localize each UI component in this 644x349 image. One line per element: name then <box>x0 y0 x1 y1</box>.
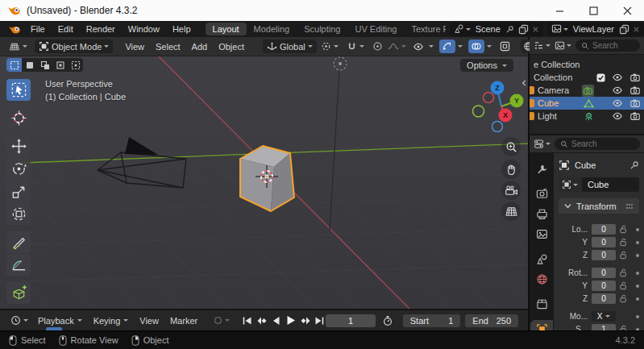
pivot-point-dropdown[interactable] <box>317 39 343 53</box>
mesh-data-icon[interactable] <box>584 98 594 109</box>
panel-grip-icon[interactable] <box>625 203 634 210</box>
tool-scale[interactable] <box>6 181 31 202</box>
blender-menu-icon[interactable] <box>8 24 21 35</box>
animate-dot-icon[interactable] <box>636 272 639 275</box>
animate-dot-icon[interactable] <box>636 254 639 257</box>
mode-dropdown[interactable]: Object Mode <box>35 39 113 53</box>
maximize-button[interactable] <box>576 0 610 21</box>
show-overlays-toggle[interactable] <box>468 39 484 53</box>
tool-move[interactable] <box>6 135 31 157</box>
menu-render[interactable]: Render <box>80 24 122 34</box>
frame-end-field[interactable]: End 250 <box>465 314 518 327</box>
viewport-menu-view[interactable]: View <box>119 42 150 52</box>
tab-render[interactable] <box>531 185 552 202</box>
camera-data-icon[interactable] <box>582 85 594 97</box>
lock-icon[interactable] <box>620 294 629 303</box>
disable-render-icon[interactable] <box>629 72 641 83</box>
timeline-menu-marker[interactable]: Marker <box>164 316 203 326</box>
unlink-scene-icon[interactable] <box>532 26 539 33</box>
play-reverse-button[interactable] <box>270 314 282 326</box>
tool-cursor[interactable] <box>6 107 31 129</box>
timeline-menu-keying[interactable]: Keying <box>88 316 135 326</box>
transform-panel-header[interactable]: Transform <box>559 198 639 214</box>
animate-dot-icon[interactable] <box>636 285 639 288</box>
new-view-layer-icon[interactable] <box>619 24 629 35</box>
menu-edit[interactable]: Edit <box>52 24 80 34</box>
pin-icon[interactable] <box>505 25 514 34</box>
tab-output[interactable] <box>531 205 552 222</box>
outliner-display-mode-button[interactable] <box>534 40 551 51</box>
menu-window[interactable]: Window <box>122 24 166 34</box>
tab-tool[interactable] <box>531 160 552 177</box>
lock-icon[interactable] <box>620 268 629 277</box>
tool-annotate[interactable] <box>6 231 31 253</box>
tab-sculpting[interactable]: Sculpting <box>297 23 347 35</box>
snap-dropdown[interactable] <box>343 39 368 53</box>
scene-selector[interactable]: Scene <box>450 23 543 36</box>
tool-transform[interactable] <box>6 203 31 225</box>
viewport-menu-select[interactable]: Select <box>150 42 186 52</box>
object-id-dropdown[interactable] <box>559 177 581 192</box>
value-field[interactable]: 0 <box>592 237 616 247</box>
remove-view-layer-icon[interactable] <box>633 26 640 33</box>
view-layer-selector[interactable]: ViewLayer <box>547 23 644 36</box>
timeline-menu-playback[interactable]: Playback <box>32 316 88 326</box>
animate-dot-icon[interactable] <box>636 297 639 301</box>
minimize-button[interactable] <box>542 0 576 21</box>
options-button[interactable]: Options <box>460 59 513 72</box>
select-mode-extend-icon[interactable] <box>22 58 37 72</box>
select-mode-subtract-icon[interactable] <box>37 58 52 72</box>
hide-eye-icon[interactable] <box>612 85 623 96</box>
lock-icon[interactable] <box>620 238 629 247</box>
timeline-editor-type-button[interactable] <box>6 314 32 327</box>
tool-rotate[interactable] <box>6 158 31 180</box>
prev-keyframe-button[interactable] <box>256 314 268 326</box>
animate-dot-icon[interactable] <box>636 241 639 244</box>
next-keyframe-button[interactable] <box>299 314 311 326</box>
outliner-filter-button[interactable] <box>555 40 571 51</box>
transform-orientation-dropdown[interactable]: Global <box>263 39 317 53</box>
disable-render-icon[interactable] <box>629 110 641 122</box>
pin-icon[interactable] <box>629 160 639 170</box>
menu-help[interactable]: Help <box>166 24 197 34</box>
outliner-row-collection[interactable]: Collection <box>530 71 644 84</box>
light-data-icon[interactable] <box>584 111 594 122</box>
close-button[interactable] <box>610 0 644 21</box>
select-mode-invert-icon[interactable] <box>52 58 68 72</box>
value-field[interactable]: 0 <box>592 224 616 235</box>
tab-collection[interactable] <box>531 295 552 313</box>
hide-eye-icon[interactable] <box>612 110 623 122</box>
hide-eye-icon[interactable] <box>612 98 623 109</box>
jump-to-start-button[interactable] <box>241 314 253 326</box>
play-button[interactable] <box>285 314 297 326</box>
value-field[interactable]: 1 <box>592 324 616 330</box>
tool-measure[interactable] <box>6 254 31 276</box>
navigation-gizmo[interactable]: Z Y X <box>472 81 526 134</box>
properties-search-field[interactable] <box>555 138 640 150</box>
proportional-falloff-dropdown[interactable] <box>384 41 410 52</box>
value-field[interactable]: 0 <box>592 280 616 291</box>
object-name-field[interactable]: Cube <box>582 177 639 192</box>
viewport-menu-object[interactable]: Object <box>213 42 250 52</box>
zoom-view-button[interactable] <box>501 137 521 156</box>
orthographic-toggle-button[interactable] <box>501 202 521 221</box>
lock-icon[interactable] <box>620 225 629 234</box>
disable-render-icon[interactable] <box>629 98 641 109</box>
xray-toggle[interactable] <box>497 39 513 53</box>
exclude-checkbox[interactable] <box>596 73 605 82</box>
breadcrumb-object-name[interactable]: Cube <box>575 160 596 170</box>
auto-keying-button[interactable] <box>214 317 230 324</box>
disable-render-icon[interactable] <box>629 85 641 96</box>
tab-layout[interactable]: Layout <box>206 23 247 35</box>
view-layer-name[interactable]: ViewLayer <box>573 24 614 34</box>
current-frame-field[interactable]: 1 <box>326 314 376 327</box>
tab-scene[interactable] <box>531 250 552 268</box>
new-scene-icon[interactable] <box>518 24 529 35</box>
viewport-menu-add[interactable]: Add <box>186 42 214 52</box>
outliner-search-input[interactable] <box>592 41 634 50</box>
tab-uv-editing[interactable]: UV Editing <box>347 23 404 35</box>
animate-dot-icon[interactable] <box>636 228 639 231</box>
lock-icon[interactable] <box>620 325 629 330</box>
pan-view-button[interactable] <box>501 160 521 179</box>
select-mode-new-icon[interactable] <box>6 58 22 72</box>
